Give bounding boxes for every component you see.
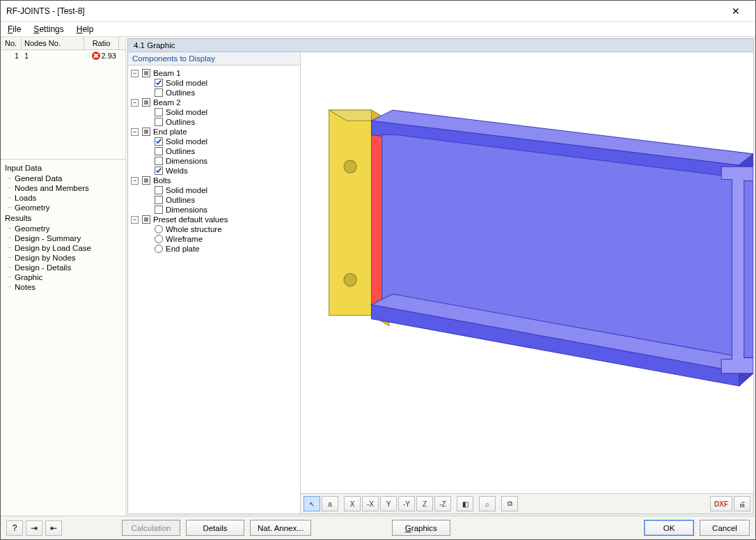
tool-copy-icon[interactable]: ⧉	[501, 496, 518, 511]
graphic-canvas[interactable]	[301, 52, 753, 494]
tree-beam1-solid[interactable]: Solid model	[142, 78, 299, 88]
svg-point-4	[344, 274, 356, 286]
cancel-button[interactable]: Cancel	[700, 520, 750, 536]
expand-icon[interactable]: −	[131, 99, 139, 107]
nav-tree: Input Data General Data Nodes and Member…	[1, 160, 125, 516]
expand-icon[interactable]: −	[131, 70, 139, 77]
nav-r-details[interactable]: Design - Details	[2, 263, 124, 272]
tree-beam2-solid[interactable]: Solid model	[142, 107, 299, 117]
tool-cursor-icon[interactable]: ↖	[304, 496, 320, 511]
tree-beam1-outlines[interactable]: Outlines	[142, 88, 299, 98]
titlebar: RF-JOINTS - [Test-8] ✕	[1, 1, 755, 22]
nav-r-summary[interactable]: Design - Summary	[2, 233, 124, 243]
checkbox[interactable]	[155, 79, 163, 87]
tree-beam1[interactable]: −Beam 1	[129, 68, 299, 78]
nav-r-geometry[interactable]: Geometry	[2, 224, 124, 233]
checkbox[interactable]	[155, 137, 163, 146]
close-icon[interactable]: ✕	[722, 6, 750, 17]
ok-button[interactable]: OK	[644, 520, 694, 536]
checkbox[interactable]	[155, 108, 163, 116]
svg-point-3	[344, 160, 356, 173]
checkbox[interactable]	[155, 147, 163, 155]
tool-view-negz-icon[interactable]: -Z	[434, 496, 451, 511]
nav-r-nodes[interactable]: Design by Nodes	[2, 253, 124, 263]
tree-bolts-solid[interactable]: Solid model	[142, 185, 299, 195]
tree-preset-endplate[interactable]: End plate	[142, 244, 299, 254]
nav-r-notes[interactable]: Notes	[2, 282, 124, 292]
right-panel: 4.1 Graphic Components to Display −Beam …	[126, 37, 755, 516]
expand-icon[interactable]: −	[131, 216, 139, 224]
app-window: RF-JOINTS - [Test-8] ✕ File Settings Hel…	[0, 0, 756, 540]
radio[interactable]	[155, 235, 163, 243]
tree-bolts[interactable]: −Bolts	[129, 176, 299, 185]
help-icon[interactable]: ?	[6, 520, 23, 536]
col-nodes[interactable]: Nodes No.	[22, 37, 84, 49]
tree-ep-welds[interactable]: Welds	[142, 166, 299, 176]
checkbox[interactable]	[155, 118, 163, 126]
checkbox[interactable]	[155, 157, 163, 165]
tree-preset[interactable]: −Preset default values	[129, 215, 299, 224]
nav-loads[interactable]: Loads	[2, 193, 124, 203]
tree-beam2[interactable]: −Beam 2	[129, 98, 299, 107]
export-icon[interactable]: ⇤	[45, 520, 62, 536]
calculation-button[interactable]: Calculation	[122, 520, 180, 536]
tree-ep-outlines[interactable]: Outlines	[142, 146, 299, 156]
tree-ep-dimensions[interactable]: Dimensions	[142, 156, 299, 166]
graphics-button[interactable]: Graphics	[392, 520, 450, 536]
nav-r-loadcase[interactable]: Design by Load Case	[2, 243, 124, 253]
tool-zoom-icon[interactable]: ⌕	[479, 496, 496, 511]
checkbox[interactable]	[155, 167, 163, 175]
nav-results[interactable]: Results	[2, 213, 124, 224]
beam-model	[301, 52, 753, 493]
left-panel: No. Nodes No. Ratio 1 1 2.93 Input Data …	[1, 37, 126, 516]
col-ratio[interactable]: Ratio	[84, 37, 119, 49]
tool-view-negy-icon[interactable]: -Y	[398, 496, 415, 511]
tree-beam2-outlines[interactable]: Outlines	[142, 117, 299, 127]
checkbox[interactable]	[155, 88, 163, 97]
tree-bolts-outlines[interactable]: Outlines	[142, 195, 299, 205]
nav-general[interactable]: General Data	[2, 173, 124, 183]
tool-view-y-icon[interactable]: Y	[380, 496, 397, 511]
tool-dxf-icon[interactable]: DXF	[710, 496, 732, 511]
table-row[interactable]: 1 1 2.93	[1, 50, 125, 61]
section-header: 4.1 Graphic	[127, 38, 754, 52]
radio[interactable]	[155, 245, 163, 253]
checkbox[interactable]	[155, 196, 163, 204]
details-button[interactable]: Details	[186, 520, 244, 536]
nav-nodes-members[interactable]: Nodes and Members	[2, 183, 124, 193]
nat-annex-button[interactable]: Nat. Annex...	[250, 520, 311, 536]
tree-ep-solid[interactable]: Solid model	[142, 137, 299, 146]
components-tree: Components to Display −Beam 1 Solid mode…	[128, 52, 301, 514]
checkbox-mixed[interactable]	[142, 176, 150, 185]
tree-preset-wire[interactable]: Wireframe	[142, 234, 299, 244]
tool-view-x-icon[interactable]: X	[344, 496, 361, 511]
view-toolbar: ↖ a X -X Y -Y Z -Z ◧ ⌕ ⧉	[301, 494, 753, 514]
expand-icon[interactable]: −	[131, 128, 139, 136]
checkbox-mixed[interactable]	[142, 69, 150, 77]
nav-r-graphic[interactable]: Graphic	[2, 272, 124, 282]
tree-preset-whole[interactable]: Whole structure	[142, 224, 299, 234]
tool-print-icon[interactable]: 🖨	[734, 496, 750, 511]
checkbox[interactable]	[155, 206, 163, 214]
checkbox-mixed[interactable]	[142, 128, 150, 136]
import-icon[interactable]: ⇥	[26, 520, 42, 536]
tool-view-negx-icon[interactable]: -X	[362, 496, 379, 511]
checkbox[interactable]	[155, 186, 163, 194]
menu-settings[interactable]: Settings	[31, 24, 66, 34]
nav-input[interactable]: Input Data	[2, 162, 124, 173]
tool-iso-icon[interactable]: ◧	[457, 496, 473, 511]
checkbox-mixed[interactable]	[142, 215, 150, 224]
components-header: Components to Display	[128, 52, 300, 65]
col-no[interactable]: No.	[1, 37, 22, 49]
menu-help[interactable]: Help	[74, 24, 97, 34]
tool-view-z-icon[interactable]: Z	[416, 496, 433, 511]
expand-icon[interactable]: −	[131, 177, 139, 185]
menubar: File Settings Help	[1, 22, 755, 37]
menu-file[interactable]: File	[5, 24, 24, 34]
tree-bolts-dimensions[interactable]: Dimensions	[142, 205, 299, 215]
radio[interactable]	[155, 225, 163, 233]
nav-geometry[interactable]: Geometry	[2, 203, 124, 213]
checkbox-mixed[interactable]	[142, 98, 150, 107]
tool-annotation-icon[interactable]: a	[322, 496, 338, 511]
tree-endplate[interactable]: −End plate	[129, 127, 299, 137]
